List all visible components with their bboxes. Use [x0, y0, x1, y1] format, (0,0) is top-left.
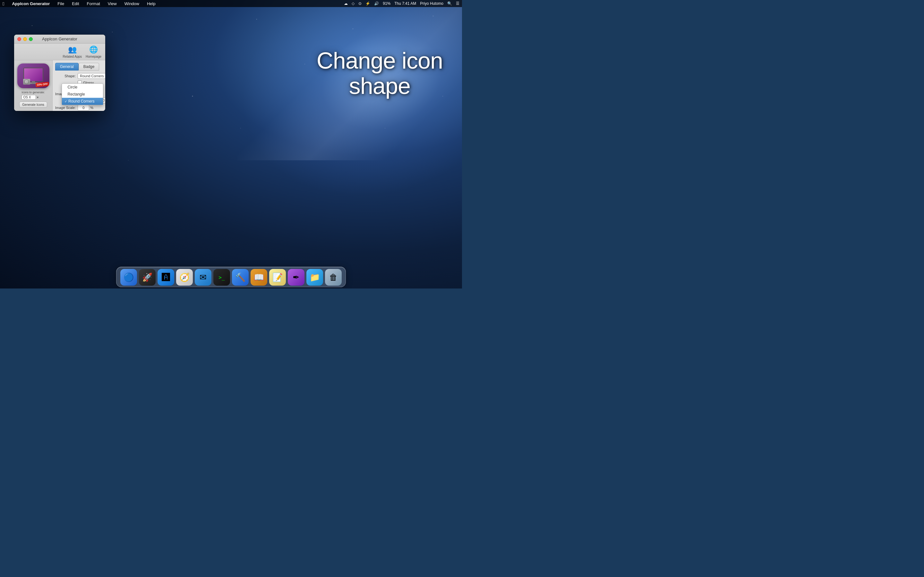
volume-icon: 🔊	[374, 1, 379, 6]
app-store-icon: 🅰	[162, 272, 170, 282]
notes-icon: 📝	[272, 272, 283, 282]
dock-safari[interactable]: 🧭	[176, 269, 193, 285]
dock-launchpad[interactable]: 🚀	[139, 269, 156, 285]
homepage-button[interactable]: 🌐 Homepage	[86, 45, 102, 58]
files-icon: 📁	[310, 272, 320, 282]
quill-icon: ✒	[292, 272, 300, 282]
image-scale-input[interactable]	[78, 105, 89, 111]
menubar-left:  AppIcon Generator File Edit Format Vie…	[3, 1, 157, 6]
battery-status: 91%	[383, 1, 391, 6]
desktop-text-line1: Change icon	[317, 48, 443, 73]
menubar-help[interactable]: Help	[145, 1, 157, 6]
icons-select-arrow: ▾	[37, 95, 39, 99]
dock-app-store[interactable]: 🅰	[158, 269, 174, 285]
ibooks-icon: 📖	[254, 272, 264, 282]
wifi-icon: ⊙	[359, 1, 362, 6]
dock-files[interactable]: 📁	[306, 269, 323, 285]
dock-xcode[interactable]: 🔨	[232, 269, 249, 285]
window-traffic-lights	[17, 37, 33, 41]
terminal-icon: >_	[218, 274, 225, 280]
bluetooth-icon: ⚡	[365, 1, 370, 6]
related-apps-icon: 👥	[68, 45, 77, 54]
apple-menu[interactable]: 	[3, 1, 4, 6]
window-titlebar: AppIcon Generator	[14, 35, 105, 44]
app-window: AppIcon Generator 👥 Related Apps 🌐 Homep…	[14, 35, 105, 111]
window-minimize-button[interactable]	[23, 37, 27, 41]
app-icon-preview: 10% OFF	[17, 63, 49, 88]
dock-terminal[interactable]: >_	[213, 269, 230, 285]
menu-icon[interactable]: ☰	[456, 1, 459, 6]
dock-ibooks[interactable]: 📖	[250, 269, 267, 285]
percent-sign: %	[90, 106, 94, 110]
shape-dropdown-menu: Circle Rectangle ✓ Round Corners	[61, 83, 103, 105]
menubar-edit[interactable]: Edit	[71, 1, 80, 6]
image-scale-label: Image Scale:	[55, 106, 78, 110]
dock-quill[interactable]: ✒	[288, 269, 304, 285]
window-maximize-button[interactable]	[29, 37, 33, 41]
search-icon[interactable]: 🔍	[447, 1, 452, 6]
related-apps-button[interactable]: 👥 Related Apps	[63, 45, 82, 58]
menubar-file[interactable]: File	[56, 1, 65, 6]
homepage-label: Homepage	[86, 55, 102, 58]
menubar-right: ☁ ◇ ⊙ ⚡ 🔊 91% Thu 7:41 AM Priyo Hutomo 🔍…	[344, 1, 459, 6]
icons-to-generate-label: Icons to generate:	[21, 91, 45, 94]
dock-notes[interactable]: 📝	[269, 269, 286, 285]
creative-cloud-icon: ☁	[344, 1, 348, 6]
mail-icon: ✉	[200, 272, 207, 282]
shape-option-circle[interactable]: Circle	[62, 84, 103, 91]
user-name: Priyo Hutomo	[420, 1, 443, 6]
window-toolbar: 👥 Related Apps 🌐 Homepage	[14, 44, 105, 60]
window-sidebar: 10% OFF Icons to generate: OS X ▾ Genera…	[14, 60, 53, 111]
shape-option-round-corners[interactable]: ✓ Round Corners	[62, 98, 103, 105]
window-main-panel: General Badge Shape: Round Corners ▾ Cir…	[53, 60, 105, 111]
dock: 🔵 🚀 🅰 🧭 ✉ >_ 🔨 📖 📝 ✒ 📁 🗑	[116, 267, 346, 287]
window-close-button[interactable]	[17, 37, 21, 41]
shape-option-rectangle[interactable]: Rectangle	[62, 91, 103, 98]
menubar-view[interactable]: View	[107, 1, 118, 6]
menubar-window[interactable]: Window	[123, 1, 141, 6]
clock: Thu 7:41 AM	[394, 1, 416, 6]
window-content: 10% OFF Icons to generate: OS X ▾ Genera…	[14, 60, 105, 111]
tab-badge[interactable]: Badge	[79, 63, 99, 71]
dock-finder[interactable]: 🔵	[120, 269, 137, 285]
launchpad-icon: 🚀	[142, 272, 152, 282]
desktop-promo-text: Change icon shape	[317, 48, 443, 99]
dock-mail[interactable]: ✉	[195, 269, 212, 285]
icons-to-generate-select[interactable]: OS X	[21, 95, 36, 100]
shape-selected-value: Round Corners	[80, 74, 104, 78]
related-apps-label: Related Apps	[63, 55, 82, 58]
dock-trash[interactable]: 🗑	[325, 269, 342, 285]
menubar-format[interactable]: Format	[86, 1, 102, 6]
image-scale-row: Image Scale: %	[55, 105, 105, 111]
tabs-row: General Badge	[55, 63, 105, 71]
generate-icons-button[interactable]: Generate Icons	[19, 102, 47, 108]
menubar:  AppIcon Generator File Edit Format Vie…	[0, 0, 462, 7]
tab-general[interactable]: General	[55, 63, 79, 71]
xcode-icon: 🔨	[235, 272, 246, 282]
icons-to-generate-row: Icons to generate: OS X ▾	[21, 91, 45, 100]
homepage-icon: 🌐	[89, 45, 98, 54]
dropbox-icon: ◇	[352, 1, 355, 6]
safari-icon: 🧭	[179, 272, 190, 282]
trash-icon: 🗑	[329, 272, 338, 282]
shape-row: Shape: Round Corners ▾ Circle Rectangle	[55, 73, 105, 79]
menubar-app-name[interactable]: AppIcon Generator	[11, 1, 51, 6]
finder-icon: 🔵	[124, 272, 134, 282]
desktop-text-line2: shape	[317, 73, 443, 99]
discount-badge: 10% OFF	[36, 82, 49, 87]
shape-label: Shape:	[55, 74, 78, 78]
window-title: AppIcon Generator	[42, 37, 78, 41]
shape-dropdown-trigger[interactable]: Round Corners ▾	[78, 73, 105, 79]
